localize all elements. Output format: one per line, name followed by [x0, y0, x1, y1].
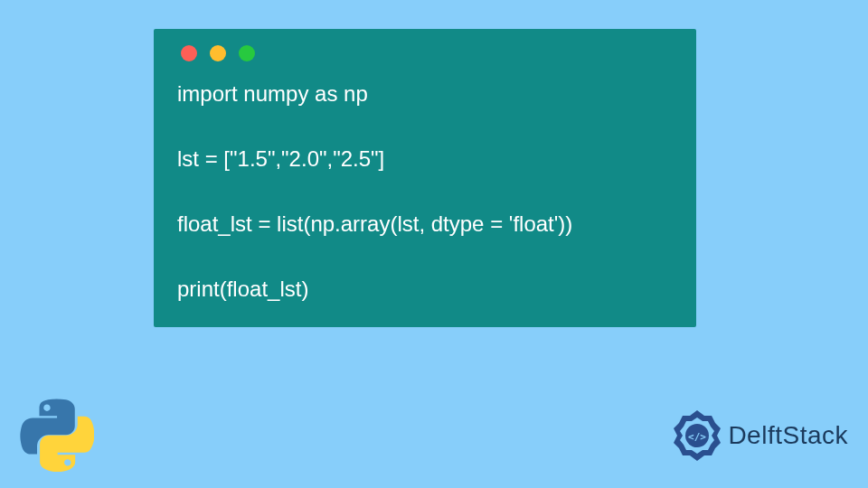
- code-window: import numpy as np lst = ["1.5","2.0","2…: [154, 29, 696, 327]
- brand-logo: </> DelftStack: [670, 408, 848, 463]
- delftstack-icon: </>: [670, 408, 724, 463]
- code-line: import numpy as np: [177, 81, 368, 106]
- close-icon: [181, 45, 197, 61]
- brand-name: DelftStack: [728, 421, 848, 450]
- code-line: lst = ["1.5","2.0","2.5"]: [177, 146, 384, 171]
- code-line: print(float_lst): [177, 277, 308, 301]
- window-controls: [177, 45, 673, 61]
- maximize-icon: [239, 45, 255, 61]
- code-block: import numpy as np lst = ["1.5","2.0","2…: [177, 78, 673, 305]
- python-logo-icon: [20, 398, 94, 472]
- code-line: float_lst = list(np.array(lst, dtype = '…: [177, 211, 572, 236]
- minimize-icon: [210, 45, 226, 61]
- svg-text:</>: </>: [688, 431, 706, 443]
